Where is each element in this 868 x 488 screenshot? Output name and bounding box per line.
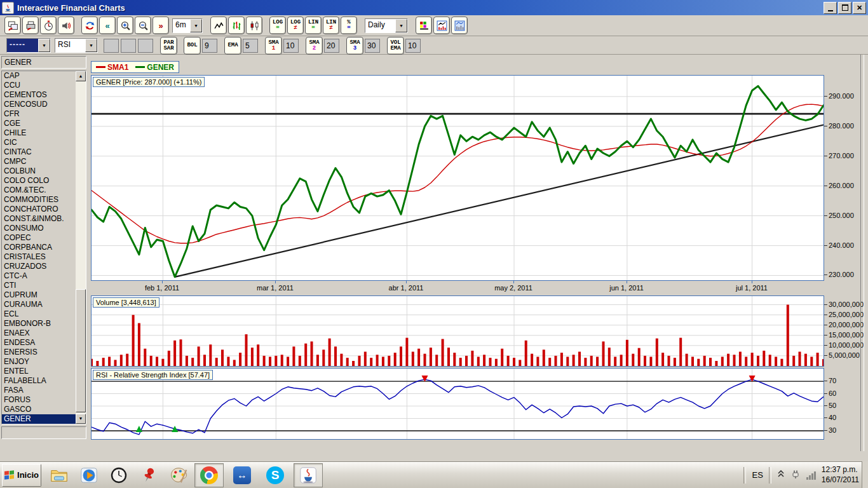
list-item[interactable]: ENDESA: [2, 338, 76, 348]
volume-chart-panel[interactable]: Volume [3,448,613]: [91, 295, 824, 367]
list-item[interactable]: ECL: [2, 309, 76, 319]
period-combo[interactable]: 6m ▼: [172, 18, 203, 33]
scale-toggle-button-lin-eq[interactable]: LIN=: [305, 17, 322, 34]
titlebar[interactable]: Interactive Financial Charts ✕: [0, 0, 868, 15]
list-item[interactable]: ENJOY: [2, 357, 76, 367]
indicator-param-field[interactable]: 10: [283, 39, 299, 53]
list-item[interactable]: CIC: [2, 138, 76, 147]
chevron-down-icon[interactable]: ▼: [395, 19, 407, 32]
list-item[interactable]: CFR: [2, 109, 76, 119]
maximize-button[interactable]: [838, 2, 851, 14]
overlay-selector-combo[interactable]: ----- ▼: [6, 38, 51, 53]
chrome-taskbar-button[interactable]: [194, 463, 224, 487]
list-item[interactable]: CHILE: [2, 128, 76, 138]
list-item[interactable]: CCU: [2, 81, 76, 90]
java-app-taskbar-button[interactable]: [294, 463, 323, 487]
line-chart-type-button[interactable]: [210, 17, 227, 34]
tray-expand-chevron-icon[interactable]: [777, 470, 785, 480]
scroll-up-icon[interactable]: ▲: [76, 71, 86, 81]
refresh-button[interactable]: [81, 17, 98, 34]
indicator-button-sma1[interactable]: SMA1: [265, 37, 282, 55]
chart-layout-button[interactable]: [451, 17, 468, 34]
clock-gadget-icon[interactable]: [107, 463, 131, 487]
list-item[interactable]: ENTEL: [2, 367, 76, 376]
list-item[interactable]: CMPC: [2, 157, 76, 166]
indicator-param-field[interactable]: 9: [202, 39, 217, 53]
indicator-button-volema[interactable]: VOLEMA: [387, 37, 404, 55]
list-item[interactable]: COMMODITIES: [2, 195, 76, 205]
list-item[interactable]: COPEC: [2, 233, 76, 243]
list-item[interactable]: CURAUMA: [2, 300, 76, 309]
clock[interactable]: 12:37 p.m. 16/07/2011: [822, 465, 859, 485]
listbox-scrollbar[interactable]: ▲ ▼: [76, 71, 86, 424]
list-item[interactable]: FALABELLA: [2, 376, 76, 386]
list-item[interactable]: CGE: [2, 119, 76, 128]
list-item[interactable]: EMBONOR-B: [2, 319, 76, 329]
scale-toggle-button-log-neq[interactable]: LOG≠: [287, 17, 304, 34]
candlestick-chart-type-button[interactable]: [246, 17, 262, 34]
sound-button[interactable]: [58, 17, 74, 34]
list-item[interactable]: CINTAC: [2, 147, 76, 157]
close-button[interactable]: ✕: [853, 2, 866, 14]
chart-with-volume-button[interactable]: [433, 17, 450, 34]
indicator-param-field[interactable]: 5: [243, 39, 258, 53]
indicator-button-bol[interactable]: BOL: [184, 37, 201, 55]
indicator-button-sma2[interactable]: SMA2: [306, 37, 323, 55]
list-item[interactable]: CORPBANCA: [2, 243, 76, 252]
scrollbar-thumb[interactable]: [76, 289, 86, 412]
list-item[interactable]: CAP: [2, 71, 76, 81]
chevron-down-icon[interactable]: ▼: [85, 39, 97, 52]
power-plug-icon[interactable]: [790, 469, 801, 481]
indicator-param-field[interactable]: 30: [365, 39, 380, 53]
chevron-down-icon[interactable]: ▼: [190, 19, 202, 32]
pushpin-icon[interactable]: [137, 463, 161, 487]
start-button[interactable]: Inicio: [2, 464, 41, 487]
list-item[interactable]: FORUS: [2, 395, 76, 405]
zoom-out-button[interactable]: [135, 17, 151, 34]
list-item[interactable]: ENAEX: [2, 329, 76, 338]
list-item[interactable]: CONST.&INMOB.: [2, 214, 76, 224]
print-button[interactable]: [22, 17, 39, 34]
indicator-button-ema[interactable]: EMA: [224, 37, 241, 55]
scroll-back-button[interactable]: «: [99, 17, 116, 34]
media-player-icon[interactable]: [77, 463, 101, 487]
ohlc-chart-type-button[interactable]: [228, 17, 245, 34]
list-item[interactable]: CONSUMO: [2, 224, 76, 233]
paint-palette-icon[interactable]: [166, 463, 191, 487]
list-item[interactable]: COLO COLO: [2, 176, 76, 186]
indicator-param-field[interactable]: 10: [405, 39, 421, 53]
list-item[interactable]: ENERSIS: [2, 348, 76, 357]
indicator-param-field[interactable]: 20: [324, 39, 339, 53]
rsi-chart-panel[interactable]: RSI - Relative Strength Index [57.47]: [91, 368, 824, 440]
scroll-down-icon[interactable]: ▼: [76, 414, 86, 424]
list-item[interactable]: CRISTALES: [2, 252, 76, 262]
show-desktop-button[interactable]: [862, 461, 868, 488]
timer-button[interactable]: [40, 17, 57, 34]
scroll-forward-button[interactable]: »: [153, 17, 169, 34]
zoom-in-button[interactable]: [117, 17, 133, 34]
list-item[interactable]: FASA: [2, 386, 76, 395]
network-signal-icon[interactable]: [806, 471, 816, 480]
empty-param-field[interactable]: [104, 39, 119, 53]
empty-param-field[interactable]: [138, 39, 153, 53]
language-indicator[interactable]: ES: [752, 470, 763, 480]
list-item[interactable]: CTI: [2, 281, 76, 290]
skype-taskbar-button[interactable]: S: [261, 463, 290, 487]
list-item[interactable]: CONCHATORO: [2, 205, 76, 214]
list-item[interactable]: COLBUN: [2, 166, 76, 176]
scale-toggle-button-log-eq[interactable]: LOG=: [269, 17, 286, 34]
symbol-input[interactable]: GENER: [1, 56, 86, 69]
list-item[interactable]: CTC-A: [2, 271, 76, 281]
list-item[interactable]: CRUZADOS: [2, 262, 76, 271]
status-field[interactable]: [1, 426, 86, 439]
empty-param-field[interactable]: [121, 39, 136, 53]
list-item[interactable]: CUPRUM: [2, 290, 76, 300]
indicator-button-sma3[interactable]: SMA3: [346, 37, 363, 55]
scale-toggle-button-lin-neq[interactable]: LIN≠: [323, 17, 339, 34]
indicator-selector-combo[interactable]: RSI ▼: [55, 38, 98, 53]
minimize-button[interactable]: [824, 2, 837, 14]
list-item[interactable]: CENCOSUD: [2, 100, 76, 109]
list-item[interactable]: COM.&TEC.: [2, 186, 76, 195]
colors-settings-button[interactable]: [416, 17, 432, 34]
frequency-combo[interactable]: Daily ▼: [365, 18, 408, 33]
